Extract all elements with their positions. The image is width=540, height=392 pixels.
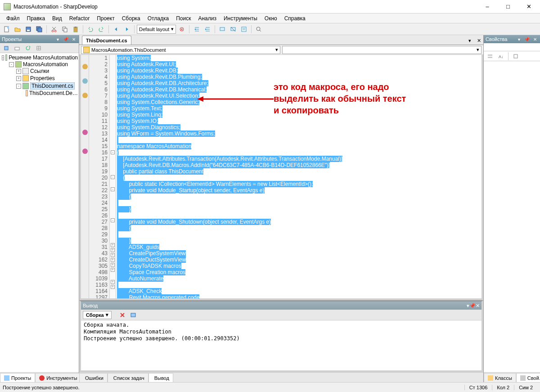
panel-menu-button[interactable]: ▾	[54, 36, 61, 42]
autoformat-button[interactable]	[239, 24, 249, 34]
alphabetical-button[interactable]: A↓	[496, 51, 506, 61]
panel-close-button[interactable]: ✕	[71, 36, 77, 42]
maximize-button[interactable]: □	[498, 0, 518, 13]
projects-collapse-button[interactable]	[1, 43, 11, 53]
redo-button[interactable]	[96, 24, 106, 34]
tab-close-button[interactable]: ✕	[474, 36, 483, 45]
right-dock-tabs: Классы Свой…	[484, 372, 540, 382]
panel-pin-button[interactable]: 📌	[63, 36, 69, 42]
find-button[interactable]	[254, 24, 264, 34]
menu-вид[interactable]: Вид	[49, 14, 66, 23]
output-tab-ошибки[interactable]: Ошибки	[79, 373, 108, 382]
tree-solution-node[interactable]: -Решение MacrosAutomation	[2, 54, 78, 61]
tab-tools[interactable]: Инструменты	[35, 373, 81, 382]
menu-справка[interactable]: Справка	[281, 14, 309, 23]
cut-button[interactable]	[49, 24, 59, 34]
tree-project-node[interactable]: -MacrosAutomation	[9, 61, 78, 68]
member-combo[interactable]: ▾	[282, 46, 482, 54]
properties-object-combo[interactable]	[484, 43, 540, 51]
comment-button[interactable]	[217, 24, 227, 34]
fold-gutter[interactable]: - - - - ++++++ ++	[110, 55, 116, 298]
close-button[interactable]: ✕	[518, 0, 539, 13]
menu-отладка[interactable]: Отладка	[144, 14, 172, 23]
output-source-combo[interactable]: Сборка▾	[83, 311, 112, 319]
status-column: Кол 2	[492, 385, 514, 390]
open-button[interactable]	[13, 24, 22, 34]
minimize-button[interactable]: –	[477, 0, 498, 13]
projects-showall-button[interactable]	[34, 43, 44, 53]
svg-rect-5	[38, 28, 42, 32]
word-wrap-button[interactable]	[129, 311, 138, 320]
projects-refresh-button[interactable]	[23, 43, 33, 53]
output-tabs: ОшибкиСписок задачВывод	[79, 372, 483, 382]
output-tab-вывод[interactable]: Вывод	[148, 373, 173, 382]
output-text[interactable]: Сборка начата. Компиляция MacrosAutomati…	[81, 320, 482, 370]
layout-reset-button[interactable]	[177, 24, 187, 34]
menu-файл[interactable]: Файл	[3, 14, 23, 23]
layout-combo[interactable]: Default layout▾	[137, 25, 176, 34]
new-file-button[interactable]	[2, 24, 12, 34]
undo-button[interactable]	[86, 24, 95, 34]
menu-окно[interactable]: Окно	[261, 14, 281, 23]
tree-label: Решение MacrosAutomation	[9, 54, 78, 61]
code-area[interactable]: using System;using Autodesk.Revit.UI;usi…	[116, 55, 482, 298]
menu-сборка[interactable]: Сборка	[118, 14, 144, 23]
output-toolbar: Сборка▾	[81, 310, 482, 320]
tab-classes[interactable]: Классы	[484, 373, 516, 382]
output-tab-список задач[interactable]: Список задач	[108, 373, 148, 382]
panel-close-button[interactable]: ✕	[476, 303, 480, 309]
properties-panel-header: Свойства ▾ 📌 ✕	[484, 35, 540, 43]
tab-list-button[interactable]: ▾	[465, 36, 474, 45]
save-all-button[interactable]	[34, 24, 44, 34]
save-button[interactable]	[23, 24, 33, 34]
menu-проект[interactable]: Проект	[93, 14, 118, 23]
clear-output-button[interactable]	[118, 311, 127, 320]
svg-rect-15	[242, 27, 246, 32]
properties-grid[interactable]	[484, 61, 540, 372]
tree-properties-node[interactable]: +Properties	[16, 75, 78, 81]
class-combo[interactable]: MacrosAutomation.ThisDocument▾	[81, 46, 280, 54]
workspace: Проекты ▾ 📌 ✕ -Решение MacrosAutomation …	[0, 35, 540, 382]
panel-pin-button[interactable]: 📌	[469, 303, 476, 309]
center-area: ThisDocument.cs ▾ ✕ MacrosAutomation.Thi…	[79, 35, 483, 382]
outdent-button[interactable]	[192, 24, 202, 34]
marker-icon	[82, 93, 88, 98]
menu-правка[interactable]: Правка	[23, 14, 49, 23]
menu-анализ[interactable]: Анализ	[194, 14, 220, 23]
main-toolbar: Default layout▾	[0, 23, 540, 35]
svg-rect-1	[7, 27, 9, 28]
marker-icon	[82, 149, 88, 154]
document-tab[interactable]: ThisDocument.cs	[82, 36, 131, 45]
panel-menu-button[interactable]: ▾	[516, 36, 522, 42]
menu-refactor[interactable]: Refactor	[66, 14, 93, 23]
back-button[interactable]	[111, 24, 121, 34]
tree-file-node[interactable]: -ThisDocument.cs	[16, 82, 78, 90]
projects-properties-button[interactable]	[12, 43, 22, 53]
output-panel-header: Вывод ▾ 📌 ✕	[81, 302, 482, 310]
properties-tab-button[interactable]	[511, 51, 521, 61]
forward-button[interactable]	[122, 24, 132, 34]
menu-инструменты[interactable]: Инструменты	[220, 14, 261, 23]
code-editor[interactable]: 1234567891011121314151617181920212223242…	[89, 55, 482, 298]
uncomment-button[interactable]	[228, 24, 238, 34]
copy-button[interactable]	[60, 24, 70, 34]
tab-label: Классы	[495, 375, 512, 381]
editor-navigation-bar: MacrosAutomation.ThisDocument▾ ▾	[79, 45, 483, 55]
tab-properties[interactable]: Свой…	[516, 373, 540, 382]
tab-label: Список задач	[113, 375, 144, 381]
svg-rect-23	[488, 54, 492, 56]
panel-pin-button[interactable]: 📌	[524, 36, 530, 42]
class-icon	[83, 47, 90, 53]
output-panel-title: Вывод	[83, 303, 98, 308]
categorized-button[interactable]	[485, 51, 495, 61]
indent-button[interactable]	[202, 24, 212, 34]
paste-button[interactable]	[71, 24, 81, 34]
tree-references-node[interactable]: +Ссылки	[16, 68, 78, 74]
tab-projects[interactable]: Проекты	[0, 373, 35, 382]
title-bar: MacrosAutomation - SharpDevelop – □ ✕	[0, 0, 540, 14]
menu-поиск[interactable]: Поиск	[172, 14, 194, 23]
project-tree[interactable]: -Решение MacrosAutomation -MacrosAutomat…	[0, 53, 79, 372]
tree-inner-file-node[interactable]: ThisDocument.De…	[23, 90, 78, 96]
document-tab-label: ThisDocument.cs	[86, 38, 127, 43]
panel-close-button[interactable]: ✕	[532, 36, 538, 42]
